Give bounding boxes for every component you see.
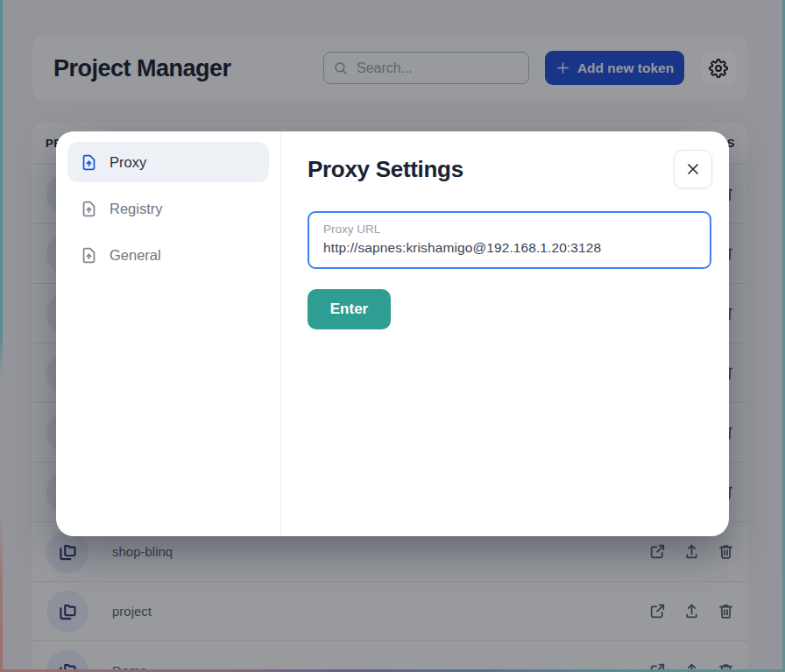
proxy-url-field[interactable]: Proxy URL (308, 211, 711, 269)
proxy-url-input[interactable] (323, 240, 696, 256)
sidebar-item-proxy[interactable]: Proxy (67, 142, 269, 182)
modal-title: Proxy Settings (308, 156, 463, 183)
file-upload-icon (80, 246, 98, 265)
sidebar-item-label: General (110, 247, 161, 264)
file-upload-icon (80, 153, 98, 172)
sidebar-item-registry[interactable]: Registry (67, 188, 269, 229)
sidebar-item-label: Registry (110, 201, 163, 217)
modal-sidebar: Proxy Registry General (56, 131, 281, 536)
file-upload-icon (80, 200, 98, 218)
sidebar-item-label: Proxy (110, 154, 146, 171)
close-icon (684, 160, 702, 178)
enter-button[interactable]: Enter (308, 289, 391, 329)
close-button[interactable] (674, 150, 712, 188)
proxy-settings-modal: Proxy Registry General Proxy Settin (56, 131, 729, 536)
sidebar-item-general[interactable]: General (67, 235, 269, 275)
modal-content: Proxy Settings Proxy URL Enter (281, 131, 729, 536)
proxy-url-label: Proxy URL (323, 223, 696, 236)
